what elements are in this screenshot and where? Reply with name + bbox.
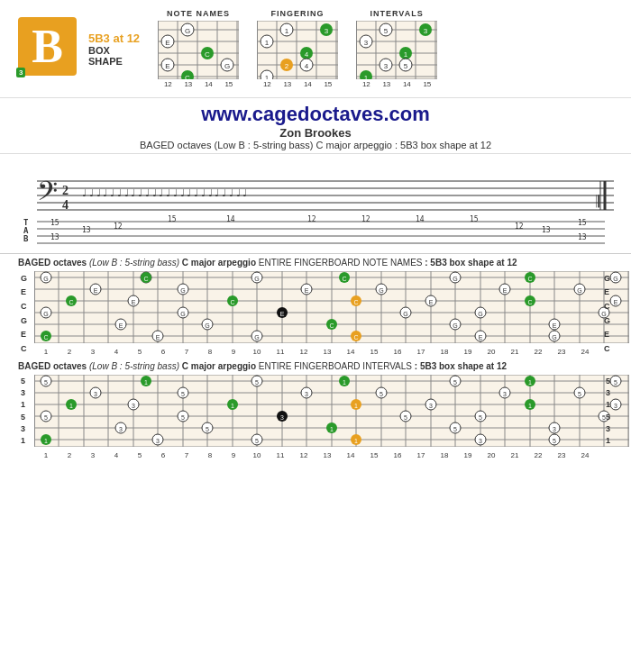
top-section: B 3 5B3 at 12 BOX SHAPE NOTE NAMES [0,0,631,97]
svg-text:5: 5 [553,438,556,444]
fingerboard2-label: BAGED octaves (Low B : 5-string bass) C … [18,361,613,371]
svg-text:2: 2 [285,62,289,70]
diagram-fingering: FINGERING 1 [257,9,338,88]
svg-text:E: E [165,62,169,70]
svg-text:C: C [143,276,148,282]
svg-text:E: E [305,287,309,294]
note-names-svg: G E C E G C [158,21,239,79]
svg-text:3: 3 [119,426,123,432]
svg-text:G: G [379,287,383,294]
svg-text:C: C [527,276,532,282]
diagram-title-notes: NOTE NAMES [167,9,230,18]
svg-text:5: 5 [453,426,457,432]
svg-text:5: 5 [578,391,581,397]
svg-text:C: C [69,299,73,305]
svg-text:3: 3 [384,62,389,70]
svg-text:5: 5 [255,379,259,386]
svg-text:E: E [156,334,160,341]
svg-text:15: 15 [50,219,59,227]
svg-text:G: G [180,287,185,294]
svg-text:5: 5 [614,379,617,386]
svg-text:G: G [43,311,48,317]
svg-text:E: E [94,287,98,294]
svg-text:4: 4 [305,62,309,70]
author-name: Zon Brookes [0,126,631,140]
svg-text:1: 1 [265,74,270,79]
fret-numbers2: 1 2 3 4 5 6 7 8 9 10 11 12 13 14 15 16 1… [34,451,597,459]
svg-text:5: 5 [380,391,383,397]
svg-text:E: E [479,334,483,341]
svg-text:2: 2 [62,184,69,197]
svg-text:1: 1 [354,403,358,409]
svg-text:G: G [453,322,457,329]
svg-text:3: 3 [94,391,97,397]
svg-text:15: 15 [470,215,479,223]
svg-text:15: 15 [168,215,177,223]
fingering-svg: 1 3 1 4 2 4 1 [257,21,338,79]
svg-text:1: 1 [144,379,148,386]
b-badge: 3 [16,68,25,77]
svg-text:5: 5 [181,391,185,397]
svg-text:12: 12 [307,215,316,223]
svg-text:C: C [205,50,210,59]
svg-text:5: 5 [404,62,408,70]
svg-text:5: 5 [255,438,259,444]
svg-text:13: 13 [578,233,587,241]
svg-text:4: 4 [62,198,69,212]
svg-text:13: 13 [82,226,91,234]
fingerboard1-label: BAGED octaves (Low B : 5-string bass) C … [18,258,613,268]
fingerboard1-section: BAGED octaves (Low B : 5-string bass) C … [0,254,631,358]
svg-text:3: 3 [503,391,507,397]
string-labels-right1: G E C G E C [604,271,610,356]
svg-text:3: 3 [429,403,433,409]
diagram-note-names: NOTE NAMES [158,9,239,88]
svg-text:5: 5 [384,27,389,35]
svg-text:5: 5 [206,426,209,432]
svg-text:3: 3 [364,39,369,47]
string-labels-right2: 5 3 1 5 3 1 [606,375,610,447]
svg-text:E: E [553,322,557,329]
svg-text:1: 1 [528,403,532,409]
fret-numbers-notes: 12 13 14 15 [158,80,239,88]
svg-text:G: G [403,311,407,317]
fingerboard2-section: BAGED octaves (Low B : 5-string bass) C … [0,358,631,461]
svg-text:1: 1 [265,39,270,47]
diagram-intervals: INTERVALS 5 [356,9,437,88]
svg-text:G: G [577,287,581,294]
svg-text:14: 14 [226,215,235,223]
svg-text:3: 3 [132,403,135,409]
svg-text:G: G [180,311,185,317]
svg-text:4: 4 [305,50,309,59]
diagram-title-fingering: FINGERING [271,9,325,18]
diagrams-container: NOTE NAMES [158,9,613,88]
svg-text:E: E [614,299,618,305]
subtitle: BAGED octaves (Low B : 5-string bass) C … [0,140,631,150]
svg-text:E: E [165,39,169,47]
svg-text:G: G [205,322,209,329]
fret-numbers-intervals: 12 13 14 15 [356,80,437,88]
svg-text:13: 13 [542,226,551,234]
svg-text:1: 1 [404,50,408,59]
svg-text:14: 14 [416,215,425,223]
b-letter: B [32,23,63,70]
svg-text:3: 3 [305,391,308,397]
string-labels-left2: 5 3 1 5 3 1 [21,375,25,447]
notation-staff-svg: 𝄢 2 4 ♩ ♩ ♩ ♩ ♩ ♩ ♩ ♩ ♩ ♩ ♩ ♩ ♩ ♩ ♩ ♩ ♩ … [10,159,621,249]
svg-text:G: G [185,27,190,35]
svg-text:1: 1 [285,27,289,35]
svg-text:1: 1 [330,426,334,432]
svg-text:1: 1 [364,74,369,79]
svg-text:B: B [23,234,29,243]
b-logo-inner: B 3 [18,17,77,76]
svg-text:15: 15 [578,219,587,227]
svg-text:C: C [353,334,358,341]
svg-text:C: C [342,276,346,282]
svg-text:G: G [224,62,230,70]
box-label: BOX [88,45,140,56]
fingerboard2-svg: 5 1 5 1 5 1 5 3 5 3 5 3 5 [34,375,629,447]
svg-text:C: C [43,334,48,341]
svg-text:G: G [552,334,556,341]
svg-text:13: 13 [50,233,59,241]
shape-label2: SHAPE [88,56,140,67]
svg-text:12: 12 [114,222,123,231]
